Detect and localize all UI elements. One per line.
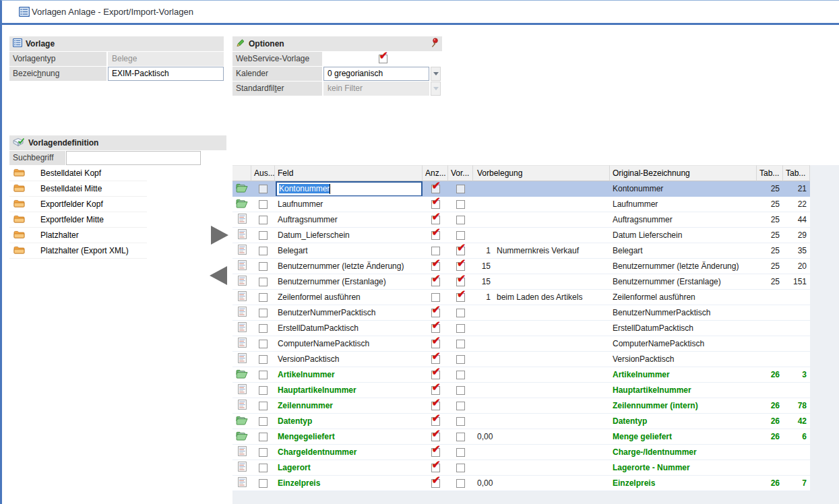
grid-row[interactable]: AuftragsnummerAuftragsnummer2544 xyxy=(232,212,810,228)
webservice-vorlage-checkbox[interactable] xyxy=(379,55,387,63)
anzeigen-checkbox[interactable] xyxy=(431,231,440,240)
anzeigen-checkbox[interactable] xyxy=(431,309,440,317)
grid-row[interactable]: DatentypDatentyp2642 xyxy=(232,414,810,429)
aus-checkbox[interactable] xyxy=(259,355,268,364)
aus-checkbox[interactable] xyxy=(259,309,268,317)
vorbelegung-checkbox[interactable] xyxy=(456,324,465,333)
vorbelegung-checkbox[interactable] xyxy=(456,278,465,286)
aus-checkbox[interactable] xyxy=(259,262,268,271)
folder-list-item[interactable]: Exportfelder Kopf xyxy=(9,197,147,212)
aus-checkbox[interactable] xyxy=(259,231,268,240)
vorbelegung-checkbox[interactable] xyxy=(456,247,465,255)
anzeigen-checkbox[interactable] xyxy=(431,371,440,379)
aus-checkbox[interactable] xyxy=(259,200,268,209)
grid-row[interactable]: Benutzernummer (Erstanlage)15Benutzernum… xyxy=(232,274,810,290)
grid-row[interactable]: BenutzerNummerPacktischBenutzerNummerPac… xyxy=(232,305,810,321)
anzeigen-checkbox[interactable] xyxy=(431,448,440,457)
column-header-vorbelegung[interactable]: Vorbelegung xyxy=(473,165,610,181)
vorbelegung-checkbox[interactable] xyxy=(456,355,465,364)
grid-row[interactable]: Datum_LieferscheinDatum Lieferschein2529 xyxy=(232,228,810,243)
aus-checkbox[interactable] xyxy=(259,293,268,302)
bezeichnung-field[interactable]: EXIM-Packtisch xyxy=(108,67,224,81)
grid-row[interactable]: Belegart1Nummernkreis VerkaufBelegart253… xyxy=(232,243,810,259)
grid-row[interactable]: ComputerNamePacktischComputerNamePacktis… xyxy=(232,336,810,352)
grid-row[interactable]: Mengegeliefert0,00Menge geliefert266 xyxy=(232,429,810,445)
pin-icon[interactable] xyxy=(431,38,439,50)
anzeigen-checkbox[interactable] xyxy=(431,479,440,488)
vorbelegung-checkbox[interactable] xyxy=(456,200,465,209)
kalender-select[interactable]: 0 gregorianisch xyxy=(323,67,429,81)
anzeigen-checkbox[interactable] xyxy=(431,417,440,426)
aus-checkbox[interactable] xyxy=(259,278,268,286)
kalender-dropdown-button[interactable] xyxy=(431,67,441,81)
column-header-aus[interactable]: Aus... xyxy=(251,165,275,181)
vorbelegung-checkbox[interactable] xyxy=(456,371,465,379)
vorbelegung-checkbox[interactable] xyxy=(456,448,465,457)
aus-checkbox[interactable] xyxy=(259,247,268,255)
suchbegriff-input[interactable] xyxy=(66,151,201,165)
vorbelegung-checkbox[interactable] xyxy=(456,216,465,224)
aus-checkbox[interactable] xyxy=(259,371,268,379)
grid-row[interactable]: ErstellDatumPacktischErstellDatumPacktis… xyxy=(232,321,810,336)
vorbelegung-checkbox[interactable] xyxy=(456,340,465,348)
anzeigen-checkbox[interactable] xyxy=(431,386,440,395)
feld-edit-input[interactable]: Kontonummer xyxy=(276,181,423,196)
aus-checkbox[interactable] xyxy=(259,433,268,441)
aus-checkbox[interactable] xyxy=(259,479,268,488)
grid-row[interactable]: Benutzernummer (letzte Änderung)15Benutz… xyxy=(232,259,810,274)
anzeigen-checkbox[interactable] xyxy=(431,464,440,472)
grid-row[interactable]: KontonummerKontonummer2521 xyxy=(232,181,810,197)
aus-checkbox[interactable] xyxy=(259,402,268,410)
aus-checkbox[interactable] xyxy=(259,448,268,457)
vorbelegung-checkbox[interactable] xyxy=(456,479,465,488)
anzeigen-checkbox[interactable] xyxy=(431,355,440,364)
folder-list-item[interactable]: Platzhalter (Export XML) xyxy=(9,243,147,259)
anzeigen-checkbox[interactable] xyxy=(431,262,440,271)
aus-checkbox[interactable] xyxy=(259,324,268,333)
vorbelegung-checkbox[interactable] xyxy=(456,433,465,441)
vorbelegung-checkbox[interactable] xyxy=(456,417,465,426)
grid-row[interactable]: ZeilennummerZeilennummer (intern)2678 xyxy=(232,398,810,414)
anzeigen-checkbox[interactable] xyxy=(431,402,440,410)
vorbelegung-checkbox[interactable] xyxy=(456,293,465,302)
aus-checkbox[interactable] xyxy=(259,185,268,193)
vorbelegung-checkbox[interactable] xyxy=(456,464,465,472)
folder-list-item[interactable]: Exportfelder Mitte xyxy=(9,212,147,228)
anzeigen-checkbox[interactable] xyxy=(431,247,440,255)
grid-row[interactable]: Zeilenformel ausführen1beim Laden des Ar… xyxy=(232,290,810,305)
grid-row[interactable]: VersionPacktischVersionPacktisch xyxy=(232,352,810,367)
column-header-anz[interactable]: Anz... xyxy=(423,165,448,181)
grid-row[interactable]: LaufnummerLaufnummer2522 xyxy=(232,197,810,212)
column-header-tab[interactable]: Tab... xyxy=(757,165,783,181)
aus-checkbox[interactable] xyxy=(259,340,268,348)
move-right-arrow-button[interactable] xyxy=(211,226,228,245)
column-header-tab[interactable]: Tab... xyxy=(783,165,810,181)
grid-row[interactable]: ChargeIdentnummerCharge-/Identnummer xyxy=(232,445,810,460)
move-left-arrow-button[interactable] xyxy=(210,266,227,285)
anzeigen-checkbox[interactable] xyxy=(431,324,440,333)
anzeigen-checkbox[interactable] xyxy=(431,293,440,302)
aus-checkbox[interactable] xyxy=(259,464,268,472)
aus-checkbox[interactable] xyxy=(259,216,268,224)
anzeigen-checkbox[interactable] xyxy=(431,200,440,209)
folder-list-item[interactable]: Bestelldatei Kopf xyxy=(9,166,147,181)
anzeigen-checkbox[interactable] xyxy=(431,278,440,286)
column-header-feld[interactable]: Feld xyxy=(275,165,423,181)
anzeigen-checkbox[interactable] xyxy=(431,185,440,193)
anzeigen-checkbox[interactable] xyxy=(431,216,440,224)
folder-list-item[interactable]: Bestelldatei Mitte xyxy=(9,181,147,197)
aus-checkbox[interactable] xyxy=(259,386,268,395)
vorbelegung-checkbox[interactable] xyxy=(456,309,465,317)
vorbelegung-checkbox[interactable] xyxy=(456,231,465,240)
grid-row[interactable]: Einzelpreis0,00Einzelpreis267 xyxy=(232,476,810,491)
anzeigen-checkbox[interactable] xyxy=(431,433,440,441)
column-header-vor[interactable]: Vor... xyxy=(448,165,473,181)
vorbelegung-checkbox[interactable] xyxy=(456,386,465,395)
vorbelegung-checkbox[interactable] xyxy=(456,185,465,193)
vorbelegung-checkbox[interactable] xyxy=(456,402,465,410)
grid-row[interactable]: LagerortLagerorte - Nummer xyxy=(232,460,810,476)
aus-checkbox[interactable] xyxy=(259,417,268,426)
grid-row[interactable]: ArtikelnummerArtikelnummer263 xyxy=(232,367,810,383)
column-header-originalbezeichnung[interactable]: Original-Bezeichnung xyxy=(610,165,757,181)
vorbelegung-checkbox[interactable] xyxy=(456,262,465,271)
